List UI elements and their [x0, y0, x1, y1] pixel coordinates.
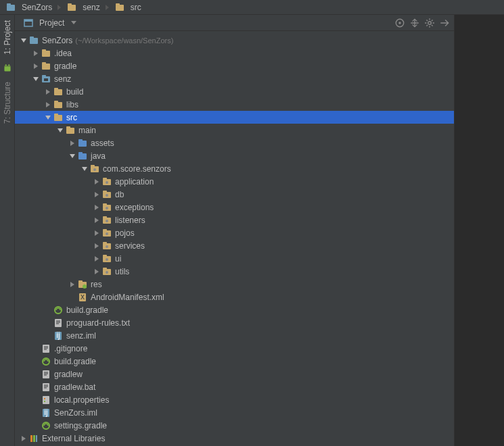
file-settings-gradle[interactable]: settings.gradle: [15, 419, 454, 432]
svg-rect-30: [66, 126, 70, 128]
folder-main[interactable]: main: [15, 124, 454, 137]
tree-node-label: .gitignore: [54, 344, 87, 353]
package-icon: [101, 241, 112, 251]
android-icon[interactable]: [2, 63, 13, 74]
expand-toggle[interactable]: [32, 50, 39, 57]
file-proguard[interactable]: proguard-rules.txt: [15, 316, 454, 329]
package-icon: [101, 189, 112, 200]
file-gradlew[interactable]: gradlew: [15, 368, 454, 380]
folder-icon: [41, 61, 51, 72]
pkg-db[interactable]: db: [15, 188, 454, 201]
svg-point-13: [428, 21, 432, 24]
svg-rect-3: [68, 3, 72, 5]
gear-icon[interactable]: [424, 18, 435, 28]
package-icon: [101, 176, 112, 187]
tree-node-label: SenZors: [42, 36, 72, 45]
file-senz-iml[interactable]: ijsenz.iml: [15, 329, 454, 342]
file-manifest[interactable]: xAndroidManifest.xml: [15, 291, 454, 303]
file-build-gradle-root[interactable]: build.gradle: [15, 355, 454, 368]
module-icon: [28, 35, 39, 46]
scroll-from-source-icon[interactable]: [394, 18, 405, 28]
breadcrumb-item[interactable]: SenZors: [3, 2, 55, 13]
file-senzors-iml[interactable]: ijSenZors.iml: [15, 406, 454, 419]
breadcrumb-separator: [58, 5, 61, 10]
collapse-all-icon[interactable]: [409, 18, 420, 28]
pkg-utils[interactable]: utils: [15, 265, 454, 278]
pkg-exceptions[interactable]: exceptions: [15, 201, 454, 214]
folder-res[interactable]: res: [15, 278, 454, 291]
root-project[interactable]: SenZors(~/Workspace/wasn/SenZors): [15, 34, 454, 47]
expand-toggle[interactable]: [45, 114, 51, 121]
folder-src[interactable]: src: [15, 111, 454, 124]
folder-icon: [41, 48, 51, 59]
expand-toggle[interactable]: [45, 101, 51, 108]
hide-icon[interactable]: [439, 18, 450, 28]
breadcrumb-separator: [106, 5, 109, 10]
expand-toggle[interactable]: [57, 127, 64, 134]
external-libraries[interactable]: External Libraries: [15, 432, 454, 445]
tool-window-tab[interactable]: 7: Structure: [3, 82, 12, 124]
expand-toggle[interactable]: [20, 37, 27, 44]
breadcrumb-item[interactable]: src: [112, 2, 144, 13]
expand-toggle[interactable]: [69, 281, 76, 288]
folder-gradle[interactable]: gradle: [15, 59, 454, 72]
folder-build[interactable]: build: [15, 85, 454, 98]
pkg-ui[interactable]: ui: [15, 252, 454, 265]
file-build-gradle-module[interactable]: build.gradle: [15, 303, 454, 316]
pkg-root[interactable]: com.score.senzors: [15, 162, 454, 175]
expand-toggle[interactable]: [20, 435, 27, 442]
libs-icon: [28, 433, 39, 444]
expand-toggle[interactable]: [93, 255, 100, 262]
folder-libs[interactable]: libs: [15, 98, 454, 111]
svg-rect-83: [36, 435, 37, 442]
pkg-application[interactable]: application: [15, 175, 454, 188]
tree-node-label: res: [91, 280, 102, 289]
file-local-props[interactable]: local.properties: [15, 393, 454, 406]
expand-toggle: [45, 320, 51, 326]
breadcrumb: SenZorssenzsrc: [0, 0, 504, 15]
expand-toggle[interactable]: [45, 89, 51, 95]
tree-node-label: build.gradle: [54, 357, 96, 366]
tree-node-label: senz: [54, 74, 71, 84]
expand-toggle: [45, 307, 51, 314]
expand-toggle[interactable]: [93, 204, 100, 211]
file-gradlew-bat[interactable]: gradlew.bat: [15, 380, 454, 393]
svg-rect-34: [78, 152, 83, 154]
tree-node-label: main: [78, 126, 96, 135]
svg-rect-27: [54, 115, 62, 121]
svg-rect-2: [68, 5, 76, 11]
svg-point-43: [106, 194, 108, 197]
project-view-dropdown[interactable]: Project: [19, 16, 81, 30]
expand-toggle[interactable]: [93, 268, 100, 275]
file-gitignore[interactable]: .gitignore: [15, 342, 454, 355]
expand-toggle[interactable]: [93, 217, 100, 224]
expand-toggle[interactable]: [93, 191, 100, 198]
expand-toggle[interactable]: [69, 153, 76, 159]
expand-toggle[interactable]: [69, 140, 76, 147]
folder-icon: [53, 99, 64, 110]
pkg-listeners[interactable]: listeners: [15, 214, 454, 226]
expand-toggle[interactable]: [81, 166, 88, 172]
breadcrumb-item[interactable]: senz: [64, 2, 102, 13]
module-senz[interactable]: senz: [15, 72, 454, 85]
folder-idea[interactable]: .idea: [15, 47, 454, 59]
svg-rect-14: [30, 38, 38, 44]
expand-toggle[interactable]: [32, 63, 39, 70]
svg-point-12: [398, 22, 400, 24]
pkg-services[interactable]: services: [15, 239, 454, 252]
svg-rect-54: [103, 242, 107, 244]
tree-node-label: senz.iml: [66, 331, 96, 341]
expand-toggle[interactable]: [93, 230, 100, 237]
folder-java[interactable]: java: [15, 149, 454, 162]
project-tree[interactable]: SenZors(~/Workspace/wasn/SenZors).ideagr…: [15, 31, 454, 446]
svg-rect-18: [42, 64, 50, 70]
pkg-pojos[interactable]: pojos: [15, 226, 454, 239]
svg-point-58: [106, 258, 108, 261]
expand-toggle[interactable]: [93, 243, 100, 249]
svg-rect-4: [116, 5, 124, 11]
expand-toggle[interactable]: [32, 76, 39, 82]
tool-window-tab[interactable]: 1: Project: [3, 20, 12, 55]
folder-assets[interactable]: assets: [15, 137, 454, 149]
svg-rect-5: [116, 3, 120, 5]
expand-toggle[interactable]: [93, 178, 100, 185]
